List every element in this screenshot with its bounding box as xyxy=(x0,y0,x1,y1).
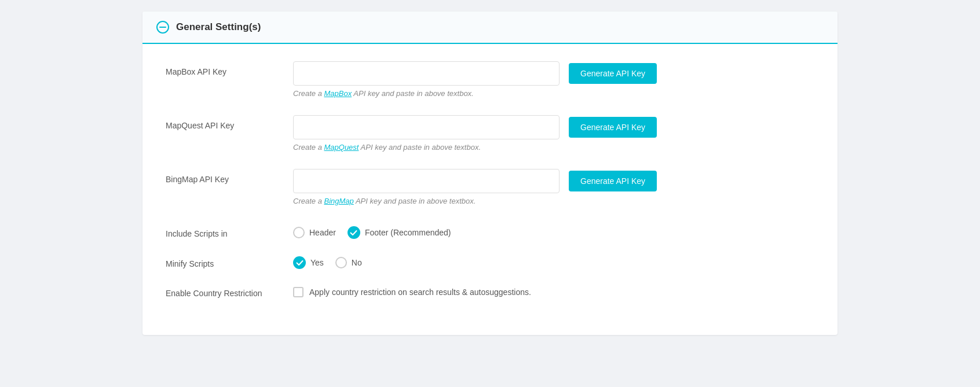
include-scripts-footer-radio[interactable] xyxy=(348,226,360,239)
country-restriction-checkbox[interactable] xyxy=(293,287,303,297)
panel-title: General Setting(s) xyxy=(176,21,261,33)
mapbox-generate-button[interactable]: Generate API Key xyxy=(569,63,657,84)
bingmap-generate-button[interactable]: Generate API Key xyxy=(569,171,657,191)
mapquest-row: MapQuest API Key Generate API Key Create… xyxy=(166,115,814,152)
mapquest-hint: Create a MapQuest API key and paste in a… xyxy=(293,143,814,152)
include-scripts-row: Include Scripts in Header Footer (Recomm… xyxy=(166,223,814,239)
panel-body: MapBox API Key Generate API Key Create a… xyxy=(142,44,838,335)
mapquest-control-group: Generate API Key xyxy=(293,115,814,139)
country-restriction-label: Enable Country Restriction xyxy=(166,283,293,298)
mapbox-hint-link[interactable]: MapBox xyxy=(324,89,352,98)
mapquest-hint-prefix: Create a xyxy=(293,143,324,152)
panel-header: General Setting(s) xyxy=(142,12,838,44)
svg-rect-0 xyxy=(159,27,166,28)
bingmap-hint: Create a BingMap API key and paste in ab… xyxy=(293,197,814,205)
minify-scripts-yes-label: Yes xyxy=(310,258,324,267)
minify-scripts-no-radio[interactable] xyxy=(335,257,347,268)
collapse-icon[interactable] xyxy=(156,21,169,34)
bingmap-row: BingMap API Key Generate API Key Create … xyxy=(166,169,814,205)
include-scripts-label: Include Scripts in xyxy=(166,223,293,238)
bingmap-control-group: Generate API Key xyxy=(293,169,814,193)
mapbox-hint-suffix: API key and paste in above textbox. xyxy=(352,89,474,98)
mapbox-hint: Create a MapBox API key and paste in abo… xyxy=(293,89,814,98)
mapquest-col: Generate API Key Create a MapQuest API k… xyxy=(293,115,814,152)
mapquest-hint-suffix: API key and paste in above textbox. xyxy=(359,143,481,152)
minify-scripts-no-option[interactable]: No xyxy=(335,257,362,268)
minify-scripts-radio-group: Yes No xyxy=(293,253,362,269)
include-scripts-radio-group: Header Footer (Recommended) xyxy=(293,223,451,239)
mapquest-hint-link[interactable]: MapQuest xyxy=(324,143,359,152)
mapbox-col: Generate API Key Create a MapBox API key… xyxy=(293,61,814,98)
include-scripts-header-radio[interactable] xyxy=(293,227,305,238)
bingmap-label: BingMap API Key xyxy=(166,169,293,184)
bingmap-hint-suffix: API key and paste in above textbox. xyxy=(354,197,476,205)
bingmap-col: Generate API Key Create a BingMap API ke… xyxy=(293,169,814,205)
mapbox-input[interactable] xyxy=(293,61,560,86)
minify-scripts-no-label: No xyxy=(352,258,362,267)
settings-panel: General Setting(s) MapBox API Key Genera… xyxy=(142,12,838,335)
mapquest-generate-button[interactable]: Generate API Key xyxy=(569,117,657,138)
include-scripts-footer-option[interactable]: Footer (Recommended) xyxy=(348,226,451,239)
minify-scripts-row: Minify Scripts Yes No xyxy=(166,253,814,269)
mapquest-label: MapQuest API Key xyxy=(166,115,293,130)
mapbox-control-group: Generate API Key xyxy=(293,61,814,86)
minify-scripts-yes-option[interactable]: Yes xyxy=(293,256,324,269)
minify-scripts-yes-radio[interactable] xyxy=(293,256,306,269)
include-scripts-header-option[interactable]: Header xyxy=(293,227,336,238)
bingmap-hint-link[interactable]: BingMap xyxy=(324,197,353,205)
bingmap-input[interactable] xyxy=(293,169,560,193)
mapbox-label: MapBox API Key xyxy=(166,61,293,76)
country-restriction-row: Enable Country Restriction Apply country… xyxy=(166,283,814,298)
mapbox-hint-prefix: Create a xyxy=(293,89,324,98)
mapbox-row: MapBox API Key Generate API Key Create a… xyxy=(166,61,814,98)
minify-scripts-label: Minify Scripts xyxy=(166,253,293,268)
bingmap-hint-prefix: Create a xyxy=(293,197,324,205)
country-restriction-control: Apply country restriction on search resu… xyxy=(293,283,531,297)
include-scripts-header-label: Header xyxy=(309,228,336,237)
include-scripts-footer-label: Footer (Recommended) xyxy=(365,228,451,237)
mapquest-input[interactable] xyxy=(293,115,560,139)
country-restriction-checkbox-label: Apply country restriction on search resu… xyxy=(309,288,531,297)
